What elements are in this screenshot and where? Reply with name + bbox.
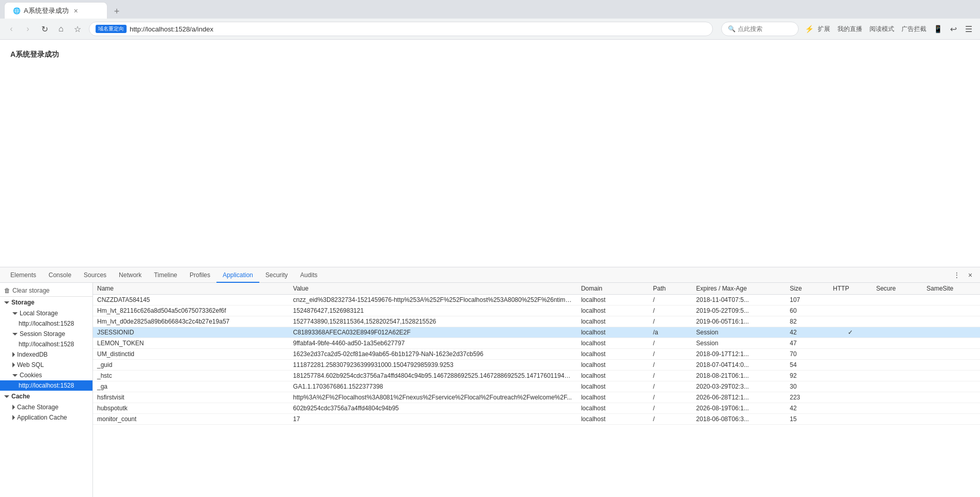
tab-profiles[interactable]: Profiles [183,267,216,283]
table-cell [872,327,923,338]
cache-section[interactable]: Cache [0,391,92,402]
tab-audits[interactable]: Audits [294,267,323,283]
table-cell [922,295,980,306]
bookmark-button[interactable]: ☆ [70,22,85,36]
tab-title: A系统登录成功 [24,6,69,15]
table-cell: 107 [786,295,829,306]
tab-security[interactable]: Security [259,267,294,283]
cache-storage-item[interactable]: Cache Storage [0,402,92,412]
app-cache-item[interactable]: Application Cache [0,412,92,423]
table-row[interactable]: JSESSIONIDC81893368AFECA032E8949F012A62E… [93,327,980,338]
col-expires[interactable]: Expires / Max-Age [692,283,786,295]
col-size[interactable]: Size [786,283,829,295]
table-cell: localhost [577,371,649,381]
address-bar[interactable]: 域名重定向 http://localhost:1528/a/index [89,22,713,36]
search-bar[interactable]: 🔍 点此搜索 [721,22,799,36]
table-row[interactable]: hubspotutk602b9254cdc3756a7a4ffd4804c94b… [93,403,980,414]
indexeddb-item[interactable]: IndexedDB [0,349,92,360]
table-cell: 2020-03-29T02:3... [692,381,786,392]
table-cell: / [649,316,692,327]
tab-close-icon[interactable]: × [74,7,78,15]
devtools-more-btn[interactable]: ⋮ [951,269,962,281]
table-row[interactable]: Hm_lvt_d0de2825a89b6b66843c2c4b27e19a571… [93,316,980,327]
browser-tab[interactable]: 🌐 A系统登录成功 × [4,2,107,19]
cookies-host: http://localhost:1528 [19,382,74,389]
table-cell: 60 [786,306,829,316]
table-cell [872,360,923,371]
reading-mode-btn[interactable]: 阅读模式 [866,24,897,35]
local-storage-host-item[interactable]: http://localhost:1528 [0,318,92,329]
table-cell [872,403,923,414]
menu-btn[interactable]: ☰ [961,22,976,36]
table-cell [829,414,872,425]
storage-section[interactable]: Storage [0,297,92,308]
tab-elements[interactable]: Elements [4,267,42,283]
table-cell: 1623e2d37ca2d5-02cf81ae49ab65-6b1b1279-N… [289,349,577,360]
col-samesite[interactable]: SameSite [922,283,980,295]
local-storage-label: Local Storage [20,310,58,317]
home-button[interactable]: ⌂ [54,22,68,36]
table-row[interactable]: hsfirstvisithttp%3A%2F%2Flocalhost%3A808… [93,392,980,403]
websql-item[interactable]: Web SQL [0,360,92,370]
cache-label: Cache [11,393,30,400]
table-row[interactable]: monitor_count17localhost/2018-06-08T06:3… [93,414,980,425]
session-storage-item[interactable]: Session Storage [0,329,92,339]
new-tab-btn[interactable]: + [110,4,124,19]
refresh-button[interactable]: ↻ [37,22,52,36]
tab-application[interactable]: Application [216,267,259,283]
mobile-icon-btn[interactable]: 📱 [930,22,945,36]
devtools-close-btn[interactable]: × [965,269,976,281]
table-cell: LEMON_TOKEN [93,338,289,349]
extensions-btn[interactable]: 扩展 [815,24,833,35]
table-cell: localhost [577,349,649,360]
table-cell: / [649,403,692,414]
cookies-host-item[interactable]: http://localhost:1528 [0,380,92,391]
table-cell: 2018-11-04T07:5... [692,295,786,306]
my-live-btn[interactable]: 我的直播 [834,24,865,35]
table-cell: 42 [786,327,829,338]
ad-block-btn[interactable]: 广告拦截 [898,24,929,35]
toolbar-extras: ⚡ 扩展 我的直播 阅读模式 广告拦截 📱 ↩ ☰ [805,22,976,36]
table-row[interactable]: _guid111872281.2583079236399931000.15047… [93,360,980,371]
table-cell: Hm_lvt_82116c626a8d504a5c0675073362ef6f [93,306,289,316]
app-cache-chevron [12,415,15,420]
forward-button[interactable]: › [21,22,35,36]
thunder-icon: ⚡ [805,25,814,33]
col-value[interactable]: Value [289,283,577,295]
security-badge: 域名重定向 [96,25,127,33]
table-cell: 2026-08-19T06:1... [692,403,786,414]
table-row[interactable]: _gaGA1.1.1703676861.1522377398localhost/… [93,381,980,392]
table-row[interactable]: Hm_lvt_82116c626a8d504a5c0675073362ef6f1… [93,306,980,316]
table-cell [829,371,872,381]
table-row[interactable]: _hstc181257784.602b9254cdc3756a7a4ffd480… [93,371,980,381]
tab-console[interactable]: Console [42,267,77,283]
tab-timeline[interactable]: Timeline [148,267,183,283]
local-storage-item[interactable]: Local Storage [0,308,92,318]
col-path[interactable]: Path [649,283,692,295]
tab-sources[interactable]: Sources [77,267,113,283]
undo-btn[interactable]: ↩ [946,22,960,36]
col-domain[interactable]: Domain [577,283,649,295]
table-cell: 42 [786,403,829,414]
websql-chevron [12,362,15,367]
table-row[interactable]: UM_distinctid1623e2d37ca2d5-02cf81ae49ab… [93,349,980,360]
col-http[interactable]: HTTP [829,283,872,295]
table-cell [872,306,923,316]
table-cell: / [649,306,692,316]
col-name[interactable]: Name [93,283,289,295]
table-row[interactable]: CNZZDATA584145cnzz_eid%3D8232734-1521459… [93,295,980,306]
clear-storage-btn[interactable]: 🗑 Clear storage [0,285,92,297]
table-cell: GA1.1.1703676861.1522377398 [289,381,577,392]
session-storage-host-item[interactable]: http://localhost:1528 [0,339,92,349]
tab-network[interactable]: Network [113,267,148,283]
back-button[interactable]: ‹ [4,22,19,36]
table-cell [872,316,923,327]
table-cell: JSESSIONID [93,327,289,338]
table-cell: 2018-06-08T06:3... [692,414,786,425]
cookies-item[interactable]: Cookies [0,370,92,380]
table-cell [872,371,923,381]
table-cell [922,349,980,360]
table-row[interactable]: LEMON_TOKEN9ffabfa4-9bfe-4460-ad50-1a35e… [93,338,980,349]
col-secure[interactable]: Secure [872,283,923,295]
table-cell: localhost [577,316,649,327]
